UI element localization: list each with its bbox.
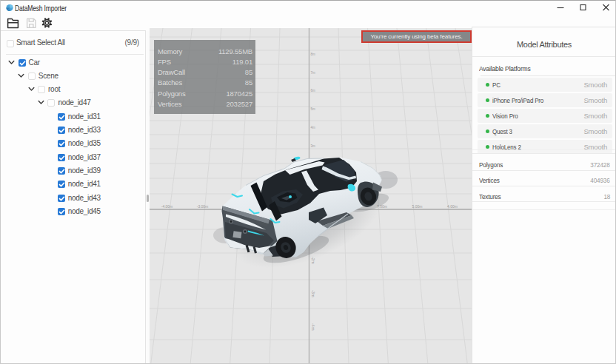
svg-text:4.00m: 4.00m bbox=[447, 204, 458, 209]
svg-text:5.00m: 5.00m bbox=[412, 204, 423, 209]
svg-text:6m: 6m bbox=[311, 89, 316, 92]
svg-text:3m: 3m bbox=[311, 144, 316, 148]
svg-text:-3.00m: -3.00m bbox=[197, 204, 209, 209]
svg-text:-4m: -4m bbox=[311, 323, 315, 331]
svg-text:8m: 8m bbox=[311, 53, 316, 56]
svg-text:5m: 5m bbox=[311, 107, 316, 111]
svg-text:4m: 4m bbox=[311, 126, 316, 129]
svg-text:-4.00m: -4.00m bbox=[161, 204, 173, 209]
svg-text:-3m: -3m bbox=[311, 290, 315, 297]
svg-text:7m: 7m bbox=[311, 71, 316, 75]
